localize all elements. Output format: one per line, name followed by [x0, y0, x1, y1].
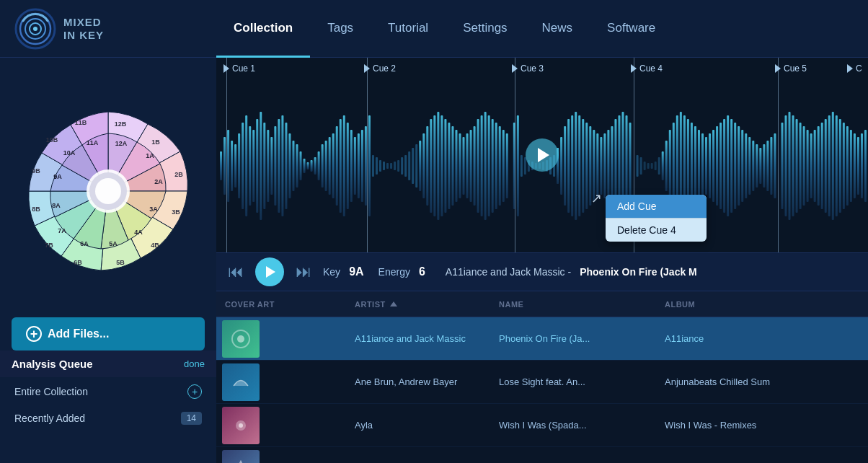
- tab-collection[interactable]: Collection: [216, 1, 310, 58]
- svg-text:12A: 12A: [115, 140, 128, 147]
- camelot-wheel-container: 12B 1B 2B 3B 4B 5B 6B: [0, 58, 216, 317]
- svg-text:1A: 1A: [146, 152, 154, 159]
- name-cell: Phoenix On Fire (Ja...: [490, 333, 656, 344]
- svg-rect-35: [231, 141, 233, 191]
- svg-rect-161: [694, 126, 696, 206]
- svg-rect-164: [705, 137, 707, 195]
- cue-marker-4[interactable]: Cue 4: [631, 63, 663, 74]
- svg-rect-48: [278, 119, 280, 213]
- svg-rect-81: [397, 160, 399, 172]
- svg-rect-179: [759, 148, 761, 184]
- svg-rect-67: [347, 123, 349, 209]
- svg-rect-191: [807, 130, 809, 202]
- svg-rect-94: [444, 119, 446, 213]
- logo-icon: [14, 8, 56, 50]
- tab-settings[interactable]: Settings: [446, 1, 524, 58]
- svg-text:5A: 5A: [109, 240, 118, 247]
- table-row[interactable]: A11iance and Jack Massic Phoenix On Fire…: [216, 317, 868, 361]
- svg-rect-132: [585, 123, 588, 209]
- add-files-plus-icon: +: [26, 326, 42, 342]
- svg-rect-107: [492, 119, 494, 213]
- svg-rect-79: [390, 163, 392, 169]
- add-files-button[interactable]: + Add Files...: [12, 317, 205, 350]
- svg-rect-198: [832, 112, 834, 220]
- svg-rect-169: [723, 119, 725, 213]
- th-cover-art: COVER ART: [216, 300, 346, 309]
- recently-added-row[interactable]: Recently Added 14: [0, 406, 216, 431]
- svg-rect-82: [401, 157, 403, 175]
- tab-news[interactable]: News: [525, 1, 590, 58]
- cue-marker-3[interactable]: Cue 3: [512, 63, 544, 74]
- svg-rect-137: [603, 133, 606, 198]
- play-button[interactable]: [255, 257, 284, 286]
- svg-rect-109: [499, 126, 501, 206]
- svg-rect-138: [607, 130, 609, 202]
- svg-rect-154: [669, 130, 671, 202]
- svg-rect-177: [752, 141, 754, 191]
- th-artist[interactable]: ARTIST: [346, 300, 490, 309]
- th-album: ALBUM: [656, 300, 868, 309]
- svg-rect-176: [748, 137, 750, 195]
- svg-rect-53: [296, 144, 298, 188]
- svg-rect-39: [245, 115, 247, 216]
- svg-text:11B: 11B: [75, 119, 87, 126]
- context-menu-add-cue[interactable]: Add Cue: [606, 195, 707, 219]
- svg-rect-52: [292, 141, 294, 191]
- cue-marker-1[interactable]: Cue 1: [223, 63, 255, 74]
- svg-rect-127: [567, 119, 570, 213]
- svg-rect-68: [350, 130, 353, 202]
- svg-rect-207: [864, 130, 867, 202]
- svg-text:10B: 10B: [46, 136, 58, 144]
- svg-rect-69: [354, 137, 356, 195]
- cue-marker-2[interactable]: Cue 2: [364, 63, 396, 74]
- entire-collection-row[interactable]: Entire Collection +: [0, 377, 216, 406]
- svg-rect-92: [437, 112, 439, 220]
- table-header: COVER ART ARTIST NAME ALBUM: [216, 291, 868, 317]
- table-row[interactable]: D... Dick Medicine (Ori... Dick Medicine: [216, 447, 868, 463]
- svg-rect-91: [433, 115, 435, 216]
- energy-label: Energy: [378, 266, 410, 278]
- context-menu-delete-cue[interactable]: Delete Cue 4: [606, 219, 707, 242]
- svg-rect-108: [495, 123, 497, 209]
- tab-tags[interactable]: Tags: [310, 1, 371, 58]
- name-cell: Lose Sight feat. An...: [490, 376, 656, 387]
- tab-software[interactable]: Software: [590, 1, 673, 58]
- svg-rect-131: [582, 119, 584, 213]
- add-collection-button[interactable]: +: [187, 384, 202, 399]
- cover-art-cell: [216, 317, 346, 361]
- analysis-queue-label: Analysis Queue: [12, 358, 93, 370]
- th-name: NAME: [490, 300, 656, 309]
- svg-rect-181: [766, 141, 769, 191]
- svg-rect-96: [451, 126, 453, 206]
- svg-rect-178: [756, 144, 758, 188]
- skip-back-button[interactable]: ⏮: [228, 263, 244, 281]
- svg-rect-150: [655, 162, 657, 170]
- svg-rect-76: [379, 160, 381, 172]
- svg-rect-103: [477, 119, 479, 213]
- track-info: Key 9A Energy 6 A11iance and Jack Massic…: [323, 265, 697, 278]
- cover-art-cell: [216, 361, 346, 404]
- camelot-wheel[interactable]: 12B 1B 2B 3B 4B 5B 6B: [22, 105, 195, 278]
- track-artist: A11iance and Jack Massic -: [446, 266, 571, 278]
- skip-forward-button[interactable]: ⏭: [296, 263, 311, 281]
- cue-marker-5[interactable]: Cue 5: [775, 63, 807, 74]
- main-content: 12B 1B 2B 3B 4B 5B 6B: [0, 58, 868, 463]
- playhead-button[interactable]: [526, 138, 559, 172]
- svg-rect-192: [810, 133, 812, 198]
- table-row[interactable]: Ane Brun, Andrew Bayer Lose Sight feat. …: [216, 361, 868, 404]
- svg-rect-180: [763, 144, 765, 188]
- svg-rect-106: [488, 115, 490, 216]
- table-row[interactable]: Ayla Wish I Was (Spada... Wish I Was - R…: [216, 404, 868, 447]
- svg-text:4B: 4B: [151, 242, 159, 249]
- waveform-area[interactable]: Cue 1 Cue 2 Cue 3 Cue 4 Cue 5: [216, 58, 868, 252]
- svg-rect-95: [448, 123, 450, 209]
- svg-rect-105: [484, 112, 487, 220]
- tab-tutorial[interactable]: Tutorial: [371, 1, 446, 58]
- svg-rect-62: [329, 137, 331, 195]
- cue-marker-6[interactable]: C: [847, 63, 862, 74]
- svg-rect-162: [698, 130, 700, 202]
- svg-rect-88: [422, 133, 425, 198]
- header: MIXED IN KEY Collection Tags Tutorial Se…: [0, 0, 868, 58]
- artist-sort-icon[interactable]: [390, 301, 397, 307]
- svg-rect-83: [404, 155, 407, 177]
